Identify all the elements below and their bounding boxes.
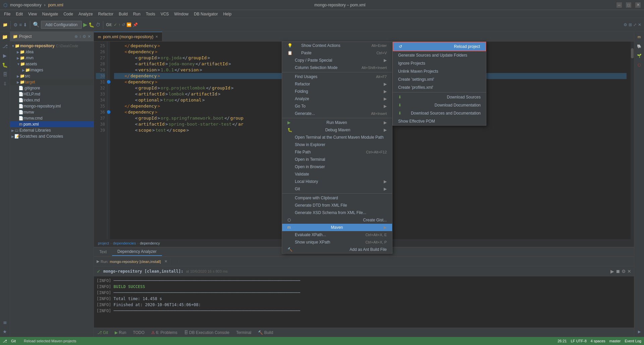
sidebar-icon-commit[interactable]: ⎇ <box>1 42 9 50</box>
menu-run[interactable]: Run <box>130 11 143 17</box>
maximize-editor-icon[interactable]: ⤢ <box>633 22 637 27</box>
submenu-download-sources[interactable]: ⬇ Download Sources <box>393 93 486 101</box>
tree-idea[interactable]: ▶ 📁 .idea <box>10 49 94 55</box>
tab-pom-close[interactable]: ✕ <box>155 35 158 39</box>
right-icon-toolbar[interactable]: ▶ <box>635 328 643 336</box>
sidebar-icon-structure[interactable]: ≣ <box>1 318 9 326</box>
close-button[interactable]: ✕ <box>635 2 641 8</box>
submenu-download-docs[interactable]: ⬇ Download Documentation <box>393 101 486 109</box>
project-tool-1[interactable]: ⊕ <box>74 34 78 39</box>
tree-mvnw[interactable]: 📄 mvnw <box>10 109 94 115</box>
status-git-label[interactable]: Git <box>11 339 16 343</box>
debug-button[interactable]: 🐛 <box>89 22 94 27</box>
layout-icon[interactable]: ⊞ <box>629 22 632 27</box>
menu-file[interactable]: File <box>1 11 13 17</box>
ctx-add-ant[interactable]: 🔨 Add as Ant Build File <box>282 246 392 253</box>
tree-root[interactable]: ▼ 📁 mongo-repository C:\Data\Code <box>10 43 94 49</box>
text-tab[interactable]: Dependency Analyzer <box>112 248 162 256</box>
submenu-download-both[interactable]: ⬇ Download Sources and Documentation <box>393 109 486 117</box>
ctx-paste[interactable]: 📋 Paste Ctrl+V <box>282 49 392 57</box>
ctx-compare-clipboard[interactable]: Compare with Clipboard <box>282 194 392 202</box>
menu-vcs[interactable]: VCS <box>158 11 172 17</box>
submenu-show-pom[interactable]: Show Effective POM <box>393 117 486 125</box>
run-tab-close[interactable]: ✕ <box>164 259 167 264</box>
run-button[interactable]: ▶ <box>83 21 87 28</box>
ctx-local-history[interactable]: Local History ▶ <box>282 178 392 185</box>
menu-edit[interactable]: Edit <box>13 11 25 17</box>
ctx-maven[interactable]: m Maven ▶ <box>282 224 392 231</box>
ctx-gen-dtd[interactable]: Generate DTD from XML File <box>282 202 392 209</box>
ctx-folding[interactable]: Folding ▶ <box>282 88 392 95</box>
right-icon-maven[interactable]: m <box>635 33 643 41</box>
editor-tab-pom[interactable]: m pom.xml (mongo-repository) ✕ <box>94 32 162 41</box>
submenu-ignore[interactable]: Ignore Projects <box>393 59 486 67</box>
inner-tab-db[interactable]: 🗄 DB Execution Console <box>181 329 233 336</box>
submenu-unlink[interactable]: Unlink Maven Projects <box>393 67 486 75</box>
inner-tab-todo[interactable]: TODO <box>129 329 148 336</box>
tree-target[interactable]: ▶ 📁 target <box>10 79 94 85</box>
breadcrumb-project[interactable]: project <box>98 241 109 245</box>
close-editor-icon[interactable]: ✕ <box>638 22 641 27</box>
run-close-icon[interactable]: ✕ <box>627 269 631 274</box>
status-indent[interactable]: 4 spaces <box>591 339 605 343</box>
tree-assets[interactable]: ▼ 📁 assets <box>10 61 94 67</box>
ctx-debug-maven[interactable]: 🐛 Debug Maven ▶ <box>282 126 392 134</box>
tree-ext-libs[interactable]: ▶ 🗂 External Libraries <box>10 127 94 133</box>
sidebar-icon-favorites[interactable]: ★ <box>1 328 9 336</box>
breadcrumb-dependencies[interactable]: dependencies <box>113 241 136 245</box>
run-settings-icon[interactable]: ⚙ <box>622 269 626 274</box>
inner-tab-problems[interactable]: ⚠ 6: Problems <box>148 329 181 336</box>
ctx-show-explorer[interactable]: Show in Explorer <box>282 141 392 148</box>
inner-tab-build[interactable]: 🔨 Build <box>255 329 276 336</box>
git-check-icon[interactable]: ✓ <box>114 22 117 27</box>
ctx-copy-paste-special[interactable]: Copy / Paste Special ▶ <box>282 57 392 64</box>
dep-analyzer-tab[interactable]: Text <box>94 248 112 256</box>
tree-mvnw-cmd[interactable]: 📄 mvnw.cmd <box>10 115 94 121</box>
right-icon-gradle[interactable]: 🐘 <box>635 42 643 50</box>
tree-src[interactable]: ▶ 📁 src <box>10 73 94 79</box>
minimize-button[interactable]: ─ <box>616 2 622 8</box>
inner-tab-git[interactable]: ⎇ Git <box>94 329 111 336</box>
status-position[interactable]: 26:21 <box>557 339 567 343</box>
ctx-unique-xpath[interactable]: Show unique XPath Ctrl+Alt+X, P <box>282 238 392 246</box>
tree-images[interactable]: ▶ 📁 images <box>10 67 94 73</box>
submenu-reload[interactable]: ↺ Reload project <box>393 42 486 51</box>
menu-code[interactable]: Code <box>61 11 76 17</box>
tree-pom[interactable]: m pom.xml <box>10 121 94 127</box>
tree-scratches[interactable]: ▶ 📝 Scratches and Consoles <box>10 133 94 139</box>
git-patch-icon[interactable]: 📌 <box>133 22 138 27</box>
tree-iml[interactable]: 📄 mongo-repository.iml <box>10 103 94 109</box>
tool-icon-3[interactable]: ⬇ <box>23 22 27 27</box>
sidebar-icon-debug[interactable]: 🐛 <box>1 61 9 69</box>
maximize-button[interactable]: □ <box>626 2 631 8</box>
ctx-file-path[interactable]: File Path Ctrl+Alt+F12 <box>282 148 392 156</box>
run-stop-icon[interactable]: ⏹ <box>615 269 620 274</box>
submenu-create-profiles[interactable]: Create 'profiles.xml' <box>393 83 486 91</box>
project-tool-3[interactable]: ⚙ <box>83 34 86 39</box>
sidebar-icon-db[interactable]: 🗄 <box>1 70 9 78</box>
git-history-icon[interactable]: ⏪ <box>126 22 131 27</box>
right-icon-spring[interactable]: 🌱 <box>635 52 643 60</box>
status-branch[interactable]: master <box>609 339 621 343</box>
menu-refactor[interactable]: Refactor <box>96 11 116 17</box>
tool-icon-2[interactable]: ≡ <box>19 22 22 27</box>
tree-help[interactable]: 📄 HELP.md <box>10 91 94 97</box>
tree-gitignore[interactable]: 📄 .gitignore <box>10 85 94 91</box>
profile-button[interactable]: ⏱ <box>96 22 100 27</box>
git-push-icon[interactable]: ↑ <box>118 22 120 27</box>
project-tool-close[interactable]: ✕ <box>88 34 91 39</box>
ctx-goto[interactable]: Go To ▶ <box>282 102 392 110</box>
sidebar-icon-project[interactable]: 📁 <box>1 33 9 41</box>
tool-icon-1[interactable]: ⚙ <box>13 22 18 27</box>
right-icon-npm[interactable]: ⬡ <box>635 61 643 69</box>
menu-navigate[interactable]: Navigate <box>40 11 61 17</box>
menu-view[interactable]: View <box>25 11 40 17</box>
menu-window[interactable]: Window <box>171 11 191 17</box>
ctx-create-gist[interactable]: ⬡ Create Gist... <box>282 216 392 224</box>
bottom-tab-run[interactable] <box>170 260 179 263</box>
ctx-run-maven[interactable]: ▶ Run Maven ▶ <box>282 119 392 126</box>
settings-icon[interactable]: ⚙ <box>624 22 627 27</box>
menu-help[interactable]: Help <box>220 11 234 17</box>
inner-tab-terminal[interactable]: Terminal <box>233 329 255 336</box>
status-event-log[interactable]: Event Log <box>625 339 641 343</box>
